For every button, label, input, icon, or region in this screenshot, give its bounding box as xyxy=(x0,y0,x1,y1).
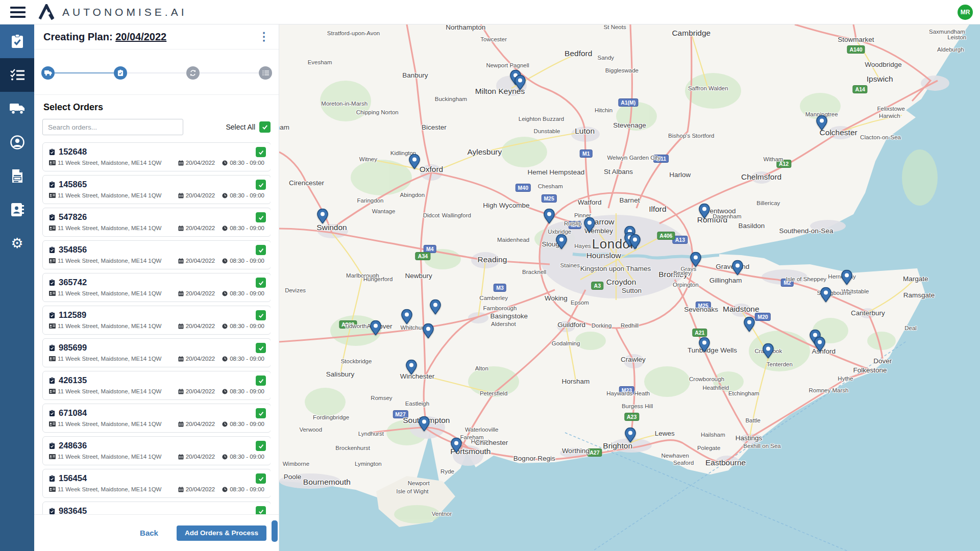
sidebar-item-orders[interactable] xyxy=(0,159,34,193)
clipboard-check-icon xyxy=(49,377,55,384)
location-pin-icon[interactable] xyxy=(744,316,755,332)
order-checkbox[interactable] xyxy=(256,180,266,190)
clock-icon xyxy=(222,421,228,427)
clipboard-check-icon xyxy=(49,410,55,417)
location-pin-icon[interactable] xyxy=(816,115,827,131)
address-card-icon xyxy=(49,454,56,459)
location-pin-icon[interactable] xyxy=(514,74,526,90)
hamburger-menu-icon[interactable] xyxy=(10,7,26,18)
order-date: 20/04/2022 xyxy=(186,486,215,492)
clock-icon xyxy=(222,193,228,198)
process-icon xyxy=(189,69,197,77)
location-pin-icon[interactable] xyxy=(544,209,555,224)
order-checkbox[interactable] xyxy=(256,278,266,288)
select-all-checkbox[interactable] xyxy=(259,121,271,133)
order-card[interactable]: 365742 xyxy=(42,273,271,302)
location-pin-icon[interactable] xyxy=(401,309,412,324)
order-checkbox[interactable] xyxy=(256,506,266,514)
location-pin-icon[interactable] xyxy=(625,428,636,443)
location-pin-icon[interactable] xyxy=(699,203,710,218)
section-title: Select Orders xyxy=(43,102,271,113)
order-checkbox[interactable] xyxy=(256,147,266,157)
check-icon xyxy=(258,508,264,515)
location-pin-icon[interactable] xyxy=(814,336,825,352)
back-button[interactable]: Back xyxy=(140,529,158,537)
sidebar-item-create-plan[interactable] xyxy=(0,58,34,92)
check-icon xyxy=(258,247,264,254)
stepper xyxy=(34,49,279,95)
order-address: 11 Week Street, Maidstone, ME14 1QW xyxy=(58,192,161,198)
address-book-icon xyxy=(11,203,24,217)
order-card[interactable]: 145865 xyxy=(42,175,271,204)
sidebar-item-settings[interactable]: ⚙ xyxy=(0,227,34,260)
location-pin-icon[interactable] xyxy=(629,234,641,249)
location-pin-icon[interactable] xyxy=(699,337,710,352)
order-date: 20/04/2022 xyxy=(186,388,215,394)
calendar-icon xyxy=(178,389,184,394)
plan-date[interactable]: 20/04/2022 xyxy=(115,31,166,42)
calendar-icon xyxy=(178,226,184,231)
location-pin-icon[interactable] xyxy=(406,360,417,375)
kebab-menu-icon[interactable]: ⋮ xyxy=(258,31,270,42)
step-process xyxy=(186,66,200,80)
clipboard-check-icon xyxy=(11,34,24,48)
order-checkbox[interactable] xyxy=(256,473,266,484)
search-input[interactable] xyxy=(42,119,183,135)
check-icon xyxy=(258,182,264,188)
order-checkbox[interactable] xyxy=(256,408,266,418)
location-pin-icon[interactable] xyxy=(451,438,462,453)
order-card[interactable]: 156454 xyxy=(42,469,271,498)
sidebar-item-contacts[interactable] xyxy=(0,193,34,227)
order-card[interactable]: 426135 xyxy=(42,371,271,400)
avatar[interactable]: MR xyxy=(958,5,973,20)
sidebar-item-vehicles[interactable] xyxy=(0,92,34,126)
order-address: 11 Week Street, Maidstone, ME14 1QW xyxy=(58,356,161,362)
sidebar-item-plans[interactable] xyxy=(0,24,34,58)
order-card[interactable]: 354856 xyxy=(42,240,271,269)
location-pin-icon[interactable] xyxy=(763,343,774,359)
order-checkbox[interactable] xyxy=(256,343,266,353)
location-pin-icon[interactable] xyxy=(430,299,441,314)
order-checkbox[interactable] xyxy=(256,212,266,222)
order-checkbox[interactable] xyxy=(256,310,266,320)
location-pin-icon[interactable] xyxy=(584,217,595,232)
order-checkbox[interactable] xyxy=(256,441,266,451)
gear-icon: ⚙ xyxy=(11,237,23,251)
calendar-icon xyxy=(178,323,184,329)
order-address: 11 Week Street, Maidstone, ME14 1QW xyxy=(58,225,161,231)
add-orders-process-button[interactable]: Add Orders & Process xyxy=(177,525,266,541)
location-pin-icon[interactable] xyxy=(556,234,567,249)
location-pin-icon[interactable] xyxy=(732,260,743,276)
order-card[interactable]: 983645 xyxy=(42,502,271,514)
order-checkbox[interactable] xyxy=(256,245,266,255)
order-card[interactable]: 671084 xyxy=(42,404,271,433)
location-pin-icon[interactable] xyxy=(820,287,831,302)
sidebar-item-drivers[interactable] xyxy=(0,126,34,159)
map[interactable]: M1M40M4M4M3M25M25M11M20M2M23M27A1(M)A13A… xyxy=(279,24,980,551)
order-card[interactable]: 547826 xyxy=(42,208,271,237)
calendar-icon xyxy=(178,487,184,492)
check-icon xyxy=(258,475,264,482)
clipboard-check-icon xyxy=(49,508,55,515)
clipboard-check-icon xyxy=(49,214,55,221)
order-card[interactable]: 985699 xyxy=(42,338,271,367)
location-pin-icon[interactable] xyxy=(423,323,434,339)
address-card-icon xyxy=(49,258,56,263)
step-vehicles[interactable] xyxy=(41,66,55,80)
location-pin-icon[interactable] xyxy=(317,209,328,224)
clipboard-check-icon xyxy=(49,148,55,156)
order-checkbox[interactable] xyxy=(256,375,266,386)
location-pin-icon[interactable] xyxy=(370,320,381,335)
location-pin-icon[interactable] xyxy=(690,252,701,267)
order-time: 08:30 - 09:00 xyxy=(230,290,264,296)
brand-name: AUTONOMISE.AI xyxy=(62,6,187,18)
panel-scrollbar[interactable] xyxy=(272,520,278,542)
location-pin-icon[interactable] xyxy=(841,269,852,285)
step-orders[interactable] xyxy=(114,66,127,80)
location-pin-icon[interactable] xyxy=(419,416,430,431)
order-card[interactable]: 152648 xyxy=(42,142,271,171)
order-date: 20/04/2022 xyxy=(186,323,215,329)
order-card[interactable]: 112589 xyxy=(42,306,271,335)
order-card[interactable]: 248636 xyxy=(42,436,271,465)
location-pin-icon[interactable] xyxy=(409,154,420,169)
